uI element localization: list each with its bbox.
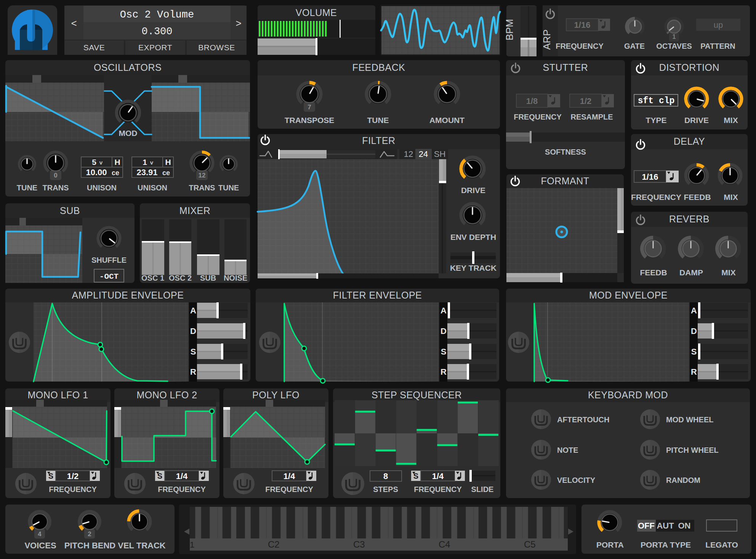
svg-text:FREQUENCY: FREQUENCY [556, 42, 604, 50]
svg-text:SAVE: SAVE [83, 43, 105, 52]
svg-text:1/16: 1/16 [574, 20, 591, 30]
svg-text:AMPLITUDE ENVELOPE: AMPLITUDE ENVELOPE [72, 290, 184, 300]
svg-text:MOD WHEEL: MOD WHEEL [666, 415, 713, 424]
svg-text:NOTE: NOTE [557, 446, 578, 454]
svg-text:PITCH WHEEL: PITCH WHEEL [666, 446, 719, 454]
svg-text:MOD: MOD [119, 129, 138, 137]
svg-text:TUNE: TUNE [367, 116, 389, 125]
svg-text:1: 1 [190, 540, 194, 549]
svg-text:C2: C2 [268, 539, 280, 549]
svg-text:FREQUENCY: FREQUENCY [49, 485, 97, 494]
svg-text:>: > [235, 18, 241, 29]
svg-text:FREQUENCY: FREQUENCY [158, 485, 206, 494]
svg-text:AFTERTOUCH: AFTERTOUCH [557, 415, 609, 424]
svg-text:ARP: ARP [541, 29, 553, 50]
svg-text:S: S [191, 347, 196, 356]
svg-text:-OCT: -OCT [99, 272, 119, 281]
svg-text:DAMP: DAMP [679, 268, 703, 277]
svg-text:PATTERN: PATTERN [700, 42, 735, 50]
svg-text:MONO LFO 1: MONO LFO 1 [27, 390, 88, 400]
svg-text:BPM: BPM [504, 19, 515, 40]
svg-text:H: H [114, 158, 120, 166]
svg-text:UNISON: UNISON [138, 184, 167, 192]
svg-text:KEY TRACK: KEY TRACK [450, 264, 497, 272]
svg-text:24: 24 [419, 149, 428, 159]
svg-text:FREQUENCY: FREQUENCY [631, 193, 681, 201]
svg-text:R: R [440, 367, 447, 377]
svg-text:TUNE: TUNE [218, 184, 239, 192]
svg-text:S: S [413, 472, 418, 480]
svg-text:MOD ENVELOPE: MOD ENVELOPE [589, 290, 668, 300]
svg-text:D: D [190, 326, 196, 336]
svg-text:TRANS: TRANS [43, 184, 69, 192]
svg-text:STUTTER: STUTTER [543, 62, 588, 73]
svg-text:VELOCITY: VELOCITY [557, 476, 596, 484]
svg-text:VOLUME: VOLUME [296, 7, 337, 18]
svg-text:1: 1 [673, 34, 676, 40]
svg-text:FEEDBACK: FEEDBACK [352, 62, 405, 73]
svg-text:FREQUENCY: FREQUENCY [414, 485, 462, 494]
svg-text:5: 5 [92, 158, 96, 166]
svg-text:UNISON: UNISON [87, 184, 117, 192]
svg-text:FEEDB: FEEDB [640, 268, 667, 277]
svg-text:LEGATO: LEGATO [705, 540, 738, 549]
svg-text:FORMANT: FORMANT [541, 176, 589, 186]
svg-text:C5: C5 [524, 539, 536, 549]
svg-text:MIX: MIX [724, 193, 738, 201]
svg-text:SUB: SUB [60, 205, 80, 216]
svg-text:S: S [48, 472, 53, 480]
svg-text:STEPS: STEPS [373, 485, 398, 494]
svg-text:SH: SH [434, 149, 446, 159]
svg-text:4: 4 [38, 530, 42, 538]
svg-text:7: 7 [308, 104, 311, 111]
svg-text:A: A [440, 306, 447, 315]
svg-text:SUB: SUB [200, 274, 216, 282]
svg-text:TRANSPOSE: TRANSPOSE [285, 116, 335, 125]
svg-text:MIXER: MIXER [179, 205, 211, 216]
svg-text:OCTAVES: OCTAVES [656, 42, 692, 50]
svg-text:0: 0 [54, 172, 57, 179]
svg-text:12: 12 [404, 149, 413, 159]
svg-text:C3: C3 [353, 539, 365, 549]
svg-text:EXPORT: EXPORT [138, 43, 172, 52]
svg-text:DISTORTION: DISTORTION [659, 62, 719, 73]
svg-text:DELAY: DELAY [674, 136, 705, 147]
svg-text:FILTER: FILTER [362, 135, 395, 146]
svg-text:12: 12 [199, 172, 206, 179]
svg-text:BROWSE: BROWSE [198, 43, 235, 52]
svg-text:H: H [165, 158, 171, 166]
svg-text:D: D [691, 326, 697, 336]
svg-text:SLIDE: SLIDE [471, 485, 494, 494]
svg-text:PORTA: PORTA [596, 540, 624, 549]
svg-text:S: S [157, 472, 162, 480]
svg-text:FEEDB: FEEDB [684, 193, 711, 201]
svg-text:DRIVE: DRIVE [684, 116, 709, 125]
svg-text:1: 1 [143, 158, 147, 166]
svg-text:2: 2 [88, 530, 91, 538]
svg-text:STEP SEQUENCER: STEP SEQUENCER [372, 390, 462, 400]
svg-text:1/4: 1/4 [432, 471, 444, 481]
svg-text:FILTER ENVELOPE: FILTER ENVELOPE [333, 290, 422, 300]
svg-text:AMOUNT: AMOUNT [429, 116, 464, 125]
svg-text:ce: ce [112, 169, 119, 177]
svg-text:MIX: MIX [724, 116, 738, 125]
svg-text:NOISE: NOISE [224, 274, 247, 282]
svg-text:ce: ce [162, 169, 170, 177]
svg-text:OFF: OFF [638, 521, 655, 530]
svg-text:MONO LFO 2: MONO LFO 2 [136, 390, 197, 400]
svg-text:10.00: 10.00 [86, 168, 107, 177]
svg-text:OSC 2: OSC 2 [169, 274, 192, 282]
svg-text:23.91: 23.91 [136, 168, 157, 177]
svg-text:REVERB: REVERB [669, 214, 710, 224]
svg-text:S: S [441, 347, 447, 356]
svg-text:KEYBOARD MOD: KEYBOARD MOD [588, 390, 668, 400]
svg-text:1/4: 1/4 [176, 471, 188, 481]
svg-text:TUNE: TUNE [17, 184, 37, 192]
svg-text:1/2: 1/2 [67, 471, 79, 481]
svg-text:C4: C4 [439, 539, 450, 549]
svg-text:A: A [190, 306, 196, 315]
svg-text:8: 8 [383, 471, 388, 481]
svg-text:ENV DEPTH: ENV DEPTH [450, 233, 496, 241]
svg-text:S: S [691, 347, 697, 356]
svg-text:GATE: GATE [624, 42, 645, 50]
